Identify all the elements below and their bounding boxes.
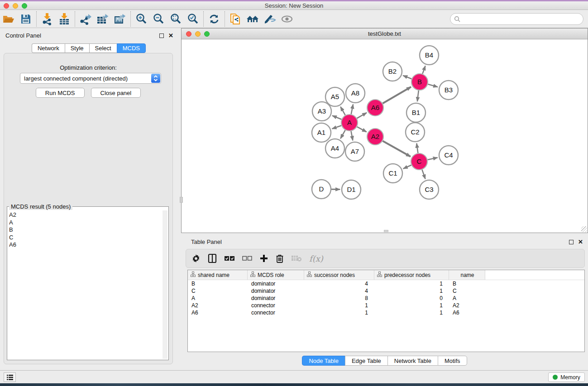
save-session-icon[interactable] (17, 11, 34, 27)
result-item[interactable]: C (9, 234, 162, 242)
zoom-selected-icon[interactable] (184, 11, 201, 27)
table-float-icon[interactable] (569, 240, 574, 244)
graph-node-C3[interactable]: C3 (420, 180, 439, 199)
tab-select[interactable]: Select (89, 43, 117, 53)
table-cell[interactable]: A2 (449, 302, 485, 309)
tab-network[interactable]: Network (32, 43, 65, 53)
search-input[interactable] (461, 16, 583, 23)
column-header-shared-name[interactable]: shared name (188, 270, 248, 280)
float-panel-icon[interactable] (159, 33, 164, 38)
tab-mcds[interactable]: MCDS (117, 43, 146, 53)
close-panel-button[interactable]: Close panel (91, 88, 141, 98)
graph-node-D[interactable]: D (312, 180, 331, 199)
table-cell[interactable]: dominator (248, 287, 304, 295)
tab-network-table[interactable]: Network Table (387, 356, 438, 366)
graph-node-D1[interactable]: D1 (342, 180, 361, 199)
table-cell[interactable]: 1 (374, 302, 449, 309)
mcds-result-list[interactable]: A2ABCA6 (9, 211, 162, 359)
table-cell[interactable]: A (188, 295, 248, 302)
zoom-in-icon[interactable] (133, 11, 150, 27)
tab-motifs[interactable]: Motifs (438, 356, 467, 366)
graph-edge-B-B1[interactable] (417, 91, 419, 101)
table-cell[interactable]: A (449, 295, 485, 302)
graph-node-A3[interactable]: A3 (312, 102, 331, 121)
graph-edge-A-A7[interactable] (351, 131, 353, 141)
graph-node-B2[interactable]: B2 (383, 62, 402, 81)
graph-edge-C-C4[interactable] (428, 157, 438, 160)
graph-edge-A2-C[interactable] (383, 141, 411, 157)
graph-edge-B-B4[interactable] (422, 66, 425, 74)
zoom-fit-icon[interactable] (167, 11, 184, 27)
graph-node-B3[interactable]: B3 (439, 81, 458, 100)
graph-edge-A-A6[interactable] (357, 113, 367, 119)
first-neighbors-icon[interactable] (244, 11, 261, 27)
network-window-titlebar[interactable]: testGlobe.txt (182, 29, 588, 39)
table-cell[interactable]: 1 (374, 280, 449, 287)
table-cell[interactable]: 1 (304, 309, 374, 316)
table-cell[interactable]: dominator (248, 280, 304, 287)
network-vscroll-thumb[interactable] (180, 197, 183, 203)
table-cell[interactable]: 4 (304, 280, 374, 287)
resize-grip-icon[interactable] (581, 226, 587, 232)
function-builder-icon[interactable]: f(x) (309, 252, 323, 265)
gear-icon[interactable] (191, 252, 201, 265)
table-cell[interactable]: A2 (188, 302, 248, 309)
graph-node-B1[interactable]: B1 (406, 103, 425, 122)
table-row[interactable]: Cdominator41C (188, 287, 584, 295)
graph-node-B4[interactable]: B4 (420, 46, 439, 65)
result-item[interactable]: A (9, 219, 162, 227)
table-cell[interactable]: B (188, 280, 248, 287)
graph-node-A8[interactable]: A8 (346, 84, 365, 103)
graph-edge-A-A8[interactable] (351, 105, 353, 114)
table-cell[interactable]: 0 (374, 295, 449, 302)
graph-edge-A-A1[interactable] (332, 125, 342, 129)
column-header-MCDS-role[interactable]: MCDS role (248, 270, 304, 280)
add-column-icon[interactable] (259, 252, 268, 265)
open-session-icon[interactable] (0, 11, 17, 27)
table-cell[interactable]: A6 (188, 309, 248, 316)
export-network-icon[interactable] (77, 11, 94, 27)
table-row[interactable]: Bdominator41B (188, 280, 584, 287)
close-panel-icon[interactable]: ✕ (168, 32, 173, 39)
graph-edge-C-C3[interactable] (422, 170, 425, 179)
graph-node-B[interactable]: B (411, 74, 428, 90)
table-cell[interactable]: dominator (248, 295, 304, 302)
deselect-all-icon[interactable] (242, 252, 252, 265)
run-mcds-button[interactable]: Run MCDS (36, 88, 85, 98)
columns-icon[interactable] (208, 252, 217, 265)
column-header-predecessor-nodes[interactable]: predecessor nodes (374, 270, 449, 280)
table-row[interactable]: Adominator80A (188, 295, 584, 302)
graph-edge-A-A3[interactable] (332, 116, 341, 119)
graph-edge-B-B2[interactable] (403, 76, 411, 79)
result-item[interactable]: A6 (9, 241, 162, 249)
graph-node-A4[interactable]: A4 (325, 139, 344, 158)
tab-style[interactable]: Style (65, 43, 89, 53)
refresh-layout-icon[interactable] (206, 11, 223, 27)
graph-edge-C-C1[interactable] (403, 165, 411, 169)
delete-table-icon[interactable] (291, 252, 302, 265)
copy-style-icon[interactable] (227, 11, 244, 27)
delete-icon[interactable] (276, 252, 284, 265)
column-header-name[interactable]: name (449, 270, 485, 280)
tab-node-table[interactable]: Node Table (302, 356, 345, 366)
graph-node-C1[interactable]: C1 (383, 164, 402, 183)
table-cell[interactable]: connector (248, 309, 304, 316)
import-network-icon[interactable] (38, 11, 56, 27)
export-table-icon[interactable] (94, 11, 111, 27)
graph-node-C4[interactable]: C4 (439, 146, 458, 165)
task-history-button[interactable] (4, 372, 16, 382)
column-header-successor-nodes[interactable]: successor nodes (304, 270, 374, 280)
table-cell[interactable]: 8 (304, 295, 374, 302)
table-cell[interactable]: C (188, 287, 248, 295)
graph-node-A[interactable]: A (341, 114, 358, 131)
result-scrollbar[interactable] (163, 210, 167, 359)
table-cell[interactable]: 1 (374, 287, 449, 295)
graph-edge-B-B3[interactable] (428, 84, 438, 87)
show-details-icon[interactable] (278, 11, 296, 27)
memory-button[interactable]: Memory (548, 372, 585, 382)
tab-edge-table[interactable]: Edge Table (345, 356, 387, 366)
table-row[interactable]: A2connector11A2 (188, 302, 584, 309)
graph-node-A2[interactable]: A2 (367, 129, 383, 145)
table-cell[interactable]: 4 (304, 287, 374, 295)
table-cell[interactable]: B (449, 280, 485, 287)
